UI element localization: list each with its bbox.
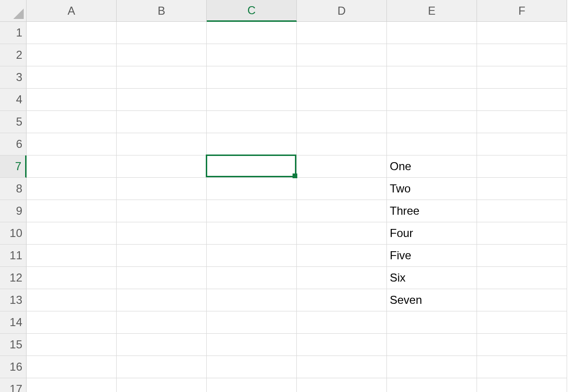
cell-D13[interactable] (297, 289, 387, 311)
cell-F15[interactable] (477, 334, 567, 356)
cell-F2[interactable] (477, 44, 567, 66)
cell-C7[interactable] (207, 155, 297, 178)
col-header-B[interactable]: B (117, 0, 207, 22)
cell-F1[interactable] (477, 22, 567, 44)
cell-F11[interactable] (477, 245, 567, 267)
cell-C6[interactable] (207, 133, 297, 155)
row-header-8[interactable]: 8 (0, 178, 27, 200)
row-header-6[interactable]: 6 (0, 133, 27, 155)
row-header-17[interactable]: 17 (0, 378, 27, 392)
cell-C3[interactable] (207, 66, 297, 89)
row-header-14[interactable]: 14 (0, 311, 27, 334)
cell-D4[interactable] (297, 89, 387, 111)
cell-E17[interactable] (387, 378, 477, 392)
cell-E7[interactable]: One (387, 155, 477, 178)
cell-B4[interactable] (117, 89, 207, 111)
cell-E3[interactable] (387, 66, 477, 89)
cell-C14[interactable] (207, 311, 297, 334)
cell-F8[interactable] (477, 178, 567, 200)
row-header-1[interactable]: 1 (0, 22, 27, 44)
cell-B6[interactable] (117, 133, 207, 155)
cell-B13[interactable] (117, 289, 207, 311)
cell-B9[interactable] (117, 200, 207, 222)
row-header-7[interactable]: 7 (0, 155, 27, 178)
cell-C15[interactable] (207, 334, 297, 356)
cell-D14[interactable] (297, 311, 387, 334)
row-header-12[interactable]: 12 (0, 267, 27, 289)
cell-D11[interactable] (297, 245, 387, 267)
cell-E1[interactable] (387, 22, 477, 44)
col-header-E[interactable]: E (387, 0, 477, 22)
cell-E11[interactable]: Five (387, 245, 477, 267)
cell-F9[interactable] (477, 200, 567, 222)
cell-F10[interactable] (477, 222, 567, 245)
row-header-4[interactable]: 4 (0, 89, 27, 111)
cell-F13[interactable] (477, 289, 567, 311)
cell-C8[interactable] (207, 178, 297, 200)
cell-A10[interactable] (27, 222, 117, 245)
row-header-3[interactable]: 3 (0, 66, 27, 89)
cell-D3[interactable] (297, 66, 387, 89)
cell-A8[interactable] (27, 178, 117, 200)
cell-A6[interactable] (27, 133, 117, 155)
row-header-9[interactable]: 9 (0, 200, 27, 222)
row-header-15[interactable]: 15 (0, 334, 27, 356)
cell-F6[interactable] (477, 133, 567, 155)
cell-A1[interactable] (27, 22, 117, 44)
cell-C9[interactable] (207, 200, 297, 222)
cell-B1[interactable] (117, 22, 207, 44)
cell-F7[interactable] (477, 155, 567, 178)
cell-D15[interactable] (297, 334, 387, 356)
cell-B7[interactable] (117, 155, 207, 178)
cell-C11[interactable] (207, 245, 297, 267)
cell-F14[interactable] (477, 311, 567, 334)
cell-A9[interactable] (27, 200, 117, 222)
cell-C12[interactable] (207, 267, 297, 289)
row-header-5[interactable]: 5 (0, 111, 27, 133)
cell-C13[interactable] (207, 289, 297, 311)
cell-B11[interactable] (117, 245, 207, 267)
cell-D9[interactable] (297, 200, 387, 222)
cell-D16[interactable] (297, 356, 387, 378)
cell-E16[interactable] (387, 356, 477, 378)
cell-C2[interactable] (207, 44, 297, 66)
cell-A3[interactable] (27, 66, 117, 89)
cell-E14[interactable] (387, 311, 477, 334)
cell-B5[interactable] (117, 111, 207, 133)
cell-F4[interactable] (477, 89, 567, 111)
cell-A4[interactable] (27, 89, 117, 111)
cell-D7[interactable] (297, 155, 387, 178)
cell-D10[interactable] (297, 222, 387, 245)
cell-F12[interactable] (477, 267, 567, 289)
row-header-13[interactable]: 13 (0, 289, 27, 311)
cell-F16[interactable] (477, 356, 567, 378)
row-header-10[interactable]: 10 (0, 222, 27, 245)
cell-B3[interactable] (117, 66, 207, 89)
cell-E10[interactable]: Four (387, 222, 477, 245)
cell-E12[interactable]: Six (387, 267, 477, 289)
row-header-2[interactable]: 2 (0, 44, 27, 66)
cell-B17[interactable] (117, 378, 207, 392)
cell-B10[interactable] (117, 222, 207, 245)
cell-A13[interactable] (27, 289, 117, 311)
cell-D6[interactable] (297, 133, 387, 155)
cell-E2[interactable] (387, 44, 477, 66)
cell-A11[interactable] (27, 245, 117, 267)
row-header-16[interactable]: 16 (0, 356, 27, 378)
cell-A16[interactable] (27, 356, 117, 378)
cell-B16[interactable] (117, 356, 207, 378)
cell-B14[interactable] (117, 311, 207, 334)
cell-A2[interactable] (27, 44, 117, 66)
cell-D17[interactable] (297, 378, 387, 392)
cell-D12[interactable] (297, 267, 387, 289)
cell-C5[interactable] (207, 111, 297, 133)
cell-C1[interactable] (207, 22, 297, 44)
cell-B8[interactable] (117, 178, 207, 200)
cell-C10[interactable] (207, 222, 297, 245)
cell-F5[interactable] (477, 111, 567, 133)
cell-C4[interactable] (207, 89, 297, 111)
cell-A14[interactable] (27, 311, 117, 334)
cell-D8[interactable] (297, 178, 387, 200)
cell-C17[interactable] (207, 378, 297, 392)
cell-E15[interactable] (387, 334, 477, 356)
